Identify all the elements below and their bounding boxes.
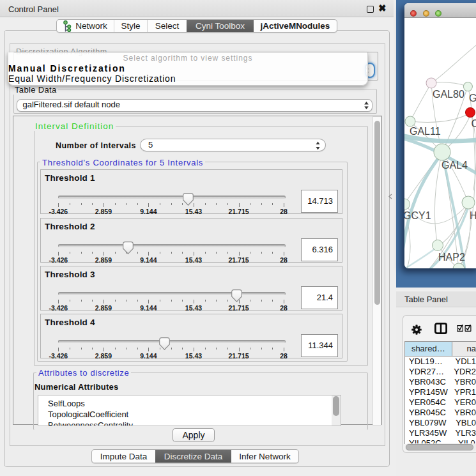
svg-text:GAL80: GAL80 <box>433 89 464 100</box>
svg-text:H: H <box>470 210 476 221</box>
svg-text:HAP2: HAP2 <box>438 252 465 263</box>
svg-text:GAL11: GAL11 <box>410 126 441 137</box>
svg-text:GAL4: GAL4 <box>441 160 468 171</box>
svg-text:GA: GA <box>469 93 476 104</box>
svg-text:GCY1: GCY1 <box>404 210 431 221</box>
svg-text:C: C <box>471 118 476 129</box>
